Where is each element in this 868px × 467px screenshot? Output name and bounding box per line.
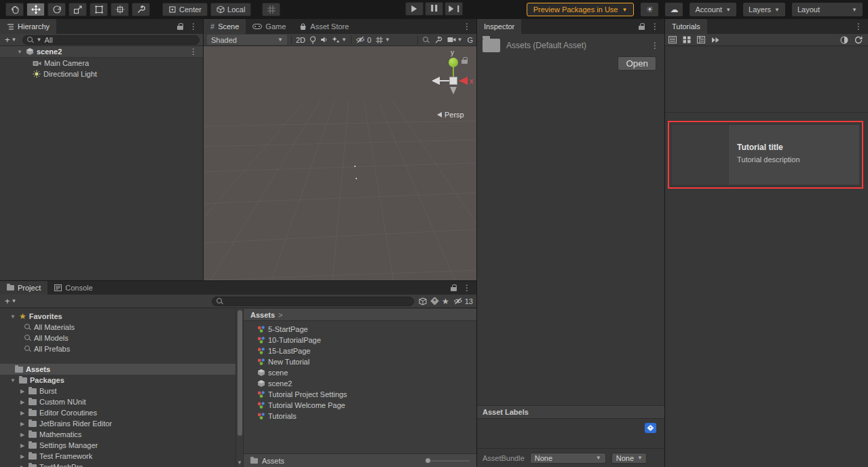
grid-visibility-dropdown[interactable]: ▼ [375,36,390,44]
asset-labels-header[interactable]: Asset Labels [477,405,664,419]
gizmos-dropdown[interactable]: G [467,36,473,44]
neg-y-axis-handle[interactable] [450,87,457,94]
foldout-closed-icon[interactable]: ▶ [19,443,26,449]
tree-item-assets[interactable]: Assets [0,364,235,375]
transform-tool-button[interactable] [111,3,129,16]
tools-icon[interactable] [434,36,442,44]
scale-tool-button[interactable] [69,3,87,16]
foldout-open-icon[interactable]: ▼ [10,314,16,320]
visibility-icon[interactable] [840,36,848,44]
orientation-gizmo[interactable]: y x Persp [419,46,476,124]
scene-visibility-toggle[interactable]: 0 [356,36,371,44]
kebab-menu-icon[interactable]: ⋮ [463,22,471,31]
assetbundle-dropdown[interactable]: None ▼ [530,453,606,464]
tab-asset-store[interactable]: Asset Store [293,19,356,34]
foldout-closed-icon[interactable]: ▶ [19,464,26,467]
lock-icon[interactable] [639,23,645,31]
list-item[interactable]: Tutorial Welcome Page [257,400,476,411]
tab-game[interactable]: Game [246,19,293,34]
account-dropdown[interactable]: Account ▼ [690,3,736,16]
tree-item-all-models[interactable]: All Models [0,333,235,343]
breadcrumb-assets[interactable]: Assets [250,311,275,319]
tree-item-package[interactable]: ▶ Burst [0,386,235,396]
tab-hierarchy[interactable]: Hierarchy [0,19,56,34]
tree-item-package[interactable]: ▶ Editor Coroutines [0,407,235,418]
play-button[interactable] [405,2,423,16]
foldout-closed-icon[interactable]: ▶ [19,432,26,438]
step-button[interactable] [445,2,464,16]
tree-item-package[interactable]: ▶ Mathematics [0,429,235,440]
create-button[interactable]: +▼ [3,35,18,45]
unity-services-button[interactable]: ☀ [641,3,658,16]
tree-item-favorites[interactable]: ▼ ★ Favorites [0,311,235,322]
tab-scene[interactable]: # Scene [204,19,246,34]
refresh-icon[interactable] [854,36,863,44]
pivot-mode-button[interactable]: Center [162,3,208,16]
grid-view-icon[interactable] [683,36,691,43]
lock-icon[interactable] [177,23,184,31]
scene-canvas[interactable]: y x Persp [204,46,476,280]
slider-knob[interactable] [426,458,430,463]
tree-item-packages[interactable]: ▼ Packages [0,375,235,386]
list-item[interactable]: scene [257,367,476,378]
save-search-icon[interactable]: ★ [442,297,449,306]
list-item[interactable]: 15-LastPage [257,345,476,356]
hand-tool-button[interactable] [5,3,24,16]
tree-item-package[interactable]: ▶ JetBrains Rider Editor [0,418,235,429]
skip-forward-icon[interactable] [711,37,720,43]
label-tag-button[interactable] [645,423,656,433]
project-tree-scrollbar[interactable]: ▼ [235,309,244,467]
tree-item-all-materials[interactable]: All Materials [0,322,235,333]
tree-item-package[interactable]: ▶ TextMeshPro [0,462,235,467]
custom-tool-button[interactable] [132,3,150,16]
zoom-slider[interactable] [426,458,470,463]
camera-settings-dropdown[interactable]: ▼ [447,37,463,43]
foldout-open-icon[interactable]: ▼ [16,49,23,55]
tab-console[interactable]: Console [48,281,99,295]
list-item[interactable]: New Tutorial [257,356,476,367]
tab-project[interactable]: Project [0,281,48,295]
hierarchy-item-directional-light[interactable]: Directional Light [0,69,203,79]
hierarchy-search-input[interactable]: ▼ All [22,35,200,45]
foldout-closed-icon[interactable]: ▶ [19,410,26,416]
y-axis-handle[interactable] [449,58,458,67]
list-item[interactable]: 5-StartPage [257,324,476,335]
scrollbar-thumb[interactable] [238,310,242,436]
list-item[interactable]: scene2 [257,378,476,389]
search-icon[interactable] [423,37,430,43]
open-button[interactable]: Open [618,56,656,71]
tab-tutorials[interactable]: Tutorials [665,19,707,34]
search-by-type-icon[interactable] [418,297,428,305]
foldout-closed-icon[interactable]: ▶ [19,388,26,394]
list-item[interactable]: Tutorial Project Settings [257,389,476,400]
kebab-menu-icon[interactable]: ⋮ [189,22,197,31]
foldout-open-icon[interactable]: ▼ [10,377,16,384]
tree-item-package[interactable]: ▶ Test Framework [0,451,235,462]
layout-dropdown[interactable]: Layout ▼ [792,3,863,16]
lock-icon[interactable] [451,284,457,292]
list-item[interactable]: 10-TutorialPage [257,335,476,345]
scene-header-row[interactable]: ▼ scene2 ⋮ [0,46,203,58]
kebab-menu-icon[interactable]: ⋮ [651,22,659,31]
space-mode-button[interactable]: Local [210,3,251,16]
shading-mode-dropdown[interactable]: Shaded ▼ [207,35,287,45]
hierarchy-item-main-camera[interactable]: Main Camera [0,58,203,69]
list-view-icon[interactable] [668,36,677,43]
kebab-menu-icon[interactable]: ⋮ [854,22,863,31]
z-axis-handle[interactable] [432,77,440,85]
effects-dropdown[interactable]: ▼ [332,36,347,44]
create-asset-button[interactable]: +▼ [3,296,18,306]
2d-toggle[interactable]: 2D [296,36,305,44]
lighting-toggle-icon[interactable] [309,36,316,44]
kebab-menu-icon[interactable]: ⋮ [651,41,659,50]
details-view-icon[interactable] [697,36,705,43]
kebab-menu-icon[interactable]: ⋮ [189,48,203,56]
projection-toggle[interactable]: Persp [437,111,464,119]
assetbundle-variant-dropdown[interactable]: None ▼ [611,453,647,464]
gizmo-center-cube[interactable] [449,77,457,85]
pause-button[interactable] [425,2,443,16]
project-search-input[interactable] [212,297,414,306]
preview-packages-button[interactable]: Preview Packages in Use ▼ [527,3,635,16]
move-tool-button[interactable] [26,3,45,16]
foldout-closed-icon[interactable]: ▶ [19,453,26,460]
